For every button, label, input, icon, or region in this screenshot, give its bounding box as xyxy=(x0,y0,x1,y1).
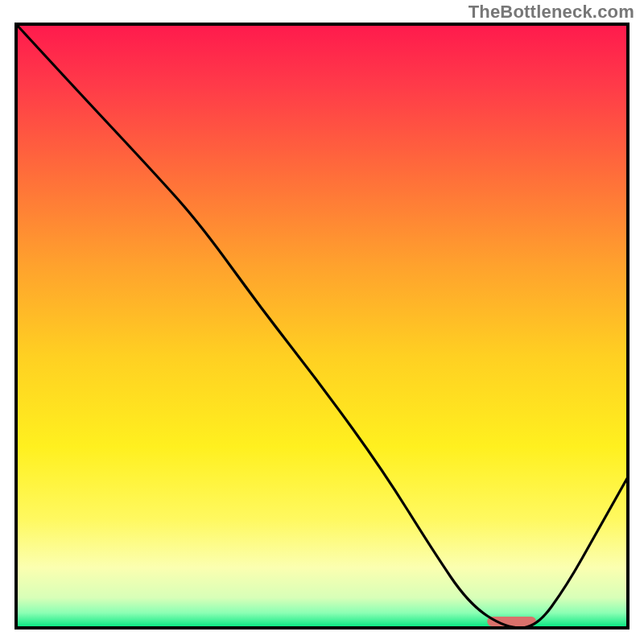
plot-background xyxy=(16,24,628,628)
bottleneck-chart xyxy=(0,0,644,644)
chart-container: TheBottleneck.com xyxy=(0,0,644,644)
watermark-text: TheBottleneck.com xyxy=(469,2,634,23)
